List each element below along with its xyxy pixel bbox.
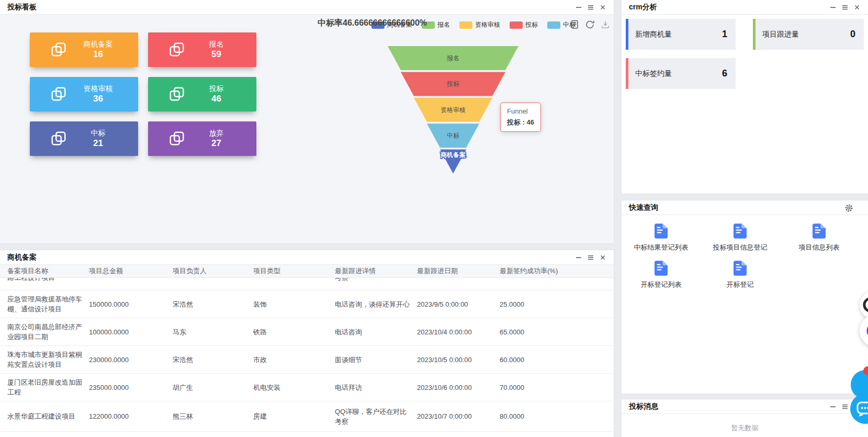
quick-link-2[interactable]: 项目信息列表 xyxy=(799,223,840,252)
bidding-messages-titlebar: 投标消息 xyxy=(622,399,868,414)
cell-detail: 电话拜访 xyxy=(335,383,417,393)
crm-card-1[interactable]: 项目跟进量0 xyxy=(753,19,864,50)
cell-detail: 电话咨询，谈得还算开心 xyxy=(335,299,417,309)
menu-icon[interactable] xyxy=(841,403,849,410)
quick-query-links: 中标结果登记列表投标项目信息登记项目信息列表开标登记列表开标登记 xyxy=(622,215,868,289)
table-row-0[interactable]: 应急管理局救援基地停车棚、通信设计项目150000.0000宋浩然装饰电话咨询，… xyxy=(0,290,614,318)
stat-card-0[interactable]: 商机备案16 xyxy=(30,32,138,67)
bidding-dashboard-titlebar: 投标看板 xyxy=(0,0,614,15)
window-controls xyxy=(575,254,606,261)
cell-rate: 70.0000 xyxy=(500,383,573,393)
legend-label: 资格审核 xyxy=(475,20,500,29)
stat-card-label: 中标 xyxy=(67,129,129,138)
table-row-2[interactable]: 珠海市城市更新项目紫桐苑安置点设计项目230000.0000宋浩然市政面谈细节2… xyxy=(0,346,614,374)
document-icon xyxy=(655,223,668,239)
empty-state-text: 暂无数据 xyxy=(622,414,868,433)
legend-item-2[interactable]: 资格审核 xyxy=(459,20,500,29)
column-header-1: 项目总金额 xyxy=(89,266,173,276)
close-icon[interactable] xyxy=(599,254,606,261)
table-row-4[interactable]: 水景华庭工程建设项目122000.0000熊三林房建QQ详聊，客户还在对比考察2… xyxy=(0,401,614,432)
stat-card-label: 放弃 xyxy=(186,129,247,138)
funnel-chart: 报名投标资格审核中标商机备案 xyxy=(388,46,518,176)
chart-tooltip: Funnel 投标 : 46 xyxy=(500,103,541,132)
cell-name: 厦门区老旧房屋改造加固工程 xyxy=(7,377,89,397)
table-row-3[interactable]: 厦门区老旧房屋改造加固工程235000.0000胡广生机电安装电话拜访2023/… xyxy=(0,374,614,401)
stat-card-value: 59 xyxy=(186,49,247,60)
panel-bidding-dashboard: 投标看板 商机备案16报名59资格审核36投标46中标21放弃27 中标率46.… xyxy=(0,0,614,243)
cell-name: 应急管理局救援基地停车棚、通信设计项目 xyxy=(7,294,89,314)
column-header-2: 项目负责人 xyxy=(173,266,253,276)
floating-chat-button[interactable] xyxy=(850,394,868,424)
quick-link-label: 开标登记 xyxy=(727,280,754,289)
quick-link-label: 投标项目信息登记 xyxy=(713,243,768,252)
stat-card-3[interactable]: 投标46 xyxy=(148,77,256,111)
stat-card-value: 16 xyxy=(67,49,129,60)
quick-link-0[interactable]: 中标结果登记列表 xyxy=(634,223,689,252)
legend-swatch xyxy=(510,21,523,29)
document-icon xyxy=(734,261,747,276)
stat-card-value: 21 xyxy=(67,138,129,149)
quick-link-1[interactable]: 投标项目信息登记 xyxy=(713,223,768,252)
minimize-icon[interactable] xyxy=(829,403,837,410)
panel-quick-query: 快速查询 中标结果登记列表投标项目信息登记项目信息列表开标登记列表开标登记 xyxy=(622,200,868,394)
panel-title: 商机备案 xyxy=(7,253,37,262)
cell-amount: 100000.0000 xyxy=(89,327,173,337)
cell-date: 2023/10/4 0:00:00 xyxy=(417,327,500,337)
stacked-squares-icon xyxy=(168,130,186,148)
stat-card-2[interactable]: 资格审核36 xyxy=(30,77,138,111)
download-icon[interactable] xyxy=(601,20,610,29)
quick-link-4[interactable]: 开标登记 xyxy=(727,261,754,289)
minimize-icon[interactable] xyxy=(829,4,837,11)
cell-owner: 宋浩然 xyxy=(173,299,253,309)
close-icon[interactable] xyxy=(853,4,861,11)
stat-card-label: 投标 xyxy=(186,84,247,94)
table-row-clipped[interactable]: 路工程设计项目考察 xyxy=(0,278,614,290)
stat-card-label: 商机备案 xyxy=(67,40,129,49)
stat-card-1[interactable]: 报名59 xyxy=(148,32,256,67)
minimize-icon[interactable] xyxy=(575,4,582,11)
funnel-label: 资格审核 xyxy=(441,106,466,114)
cell-detail: 考察 xyxy=(335,278,417,283)
cell-amount: 122000.0000 xyxy=(89,411,173,421)
menu-icon[interactable] xyxy=(587,4,594,11)
menu-icon[interactable] xyxy=(841,4,849,11)
cell-amount: 230000.0000 xyxy=(89,355,173,365)
cell-name: 路工程设计项目 xyxy=(7,278,89,283)
crm-card-value: 1 xyxy=(722,29,727,40)
legend-label: 报名 xyxy=(437,20,450,29)
gear-icon[interactable] xyxy=(844,204,853,212)
cell-name: 南京公司南昌总部经济产业园项目二期 xyxy=(7,322,89,342)
stat-card-5[interactable]: 放弃27 xyxy=(148,121,256,156)
cell-rate: 60.0000 xyxy=(500,355,573,365)
panel-title: crm分析 xyxy=(629,3,657,12)
tooltip-value-line: 投标 : 46 xyxy=(507,118,534,127)
stat-card-4[interactable]: 中标21 xyxy=(30,121,138,156)
panel-opportunity-records: 商机备案 备案项目名称项目总金额项目负责人项目类型最新跟进详情最新跟进日期最新签… xyxy=(0,250,614,437)
plugin-glyph-icon xyxy=(860,291,868,319)
legend-swatch xyxy=(459,21,472,29)
table-body: 应急管理局救援基地停车棚、通信设计项目150000.0000宋浩然装饰电话咨询，… xyxy=(0,290,614,432)
floating-plugin-button[interactable] xyxy=(860,291,868,319)
refresh-icon[interactable] xyxy=(585,20,595,29)
minimize-icon[interactable] xyxy=(575,254,582,261)
close-icon[interactable] xyxy=(599,4,606,11)
cell-name: 珠海市城市更新项目紫桐苑安置点设计项目 xyxy=(7,350,89,369)
chart-toolbox xyxy=(570,20,610,29)
quick-link-3[interactable]: 开标登记列表 xyxy=(641,261,682,289)
chat-bubble-icon xyxy=(853,396,868,421)
view-data-icon[interactable] xyxy=(570,20,579,29)
crm-card-label: 中标签约量 xyxy=(635,69,672,79)
chart-title: 中标率46.66666666666600% xyxy=(318,18,427,29)
crm-card-2[interactable]: 中标签约量6 xyxy=(626,58,736,89)
menu-icon[interactable] xyxy=(587,254,594,261)
table-row-1[interactable]: 南京公司南昌总部经济产业园项目二期100000.0000马东铁路电话咨询2023… xyxy=(0,318,614,346)
legend-item-3[interactable]: 投标 xyxy=(510,20,538,29)
crm-card-0[interactable]: 新增商机量1 xyxy=(626,19,736,50)
funnel-label: 中标 xyxy=(447,132,460,139)
cell-amount: 235000.0000 xyxy=(89,383,173,393)
cell-date: 2023/10/5 0:00:00 xyxy=(417,355,500,365)
stacked-squares-icon xyxy=(50,85,67,103)
purple-ring-icon xyxy=(864,319,868,342)
column-header-3: 项目类型 xyxy=(253,266,335,276)
stat-cards: 商机备案16报名59资格审核36投标46中标21放弃27 xyxy=(30,32,256,156)
